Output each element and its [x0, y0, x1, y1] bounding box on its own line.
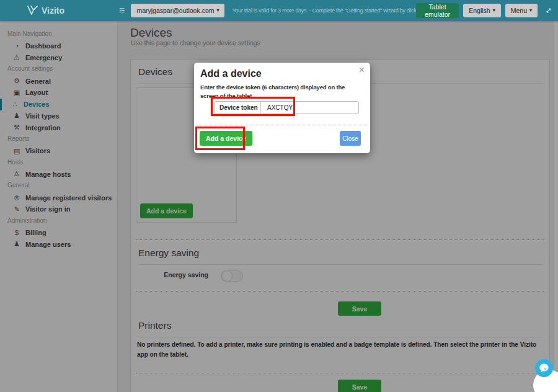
- hamburger-icon[interactable]: ≡: [119, 5, 125, 16]
- text-cursor: [293, 104, 294, 111]
- chat-bubble-icon: [538, 362, 550, 374]
- modal-instructions: Enter the device token (6 characters) di…: [200, 83, 364, 101]
- vizito-logo-icon: [27, 6, 38, 16]
- device-token-input[interactable]: AXCTQY: [261, 104, 358, 111]
- language-label: English: [469, 7, 490, 14]
- device-token-group: Device token AXCTQY: [214, 101, 359, 114]
- tablet-emulator-button[interactable]: Tablet emulator: [416, 3, 459, 18]
- fullscreen-icon[interactable]: [546, 6, 552, 15]
- modal-close-button[interactable]: Close: [340, 131, 361, 146]
- menu-dropdown-button[interactable]: Menu: [505, 4, 538, 17]
- modal-title: Add a device: [200, 68, 262, 79]
- language-dropdown-button[interactable]: English: [463, 4, 500, 17]
- menu-label: Menu: [511, 7, 527, 14]
- navbar-right-group: Tablet emulator English Menu: [416, 3, 552, 18]
- add-device-modal: Add a device × Enter the device token (6…: [194, 63, 370, 153]
- modal-footer-divider: [196, 125, 368, 125]
- account-email: maryjgaspar@outlook.com: [136, 7, 214, 14]
- vizito-logo[interactable]: Vizito: [27, 6, 64, 16]
- modal-add-device-button[interactable]: Add a device: [200, 131, 252, 146]
- account-dropdown-button[interactable]: maryjgaspar@outlook.com: [131, 4, 224, 17]
- top-navbar: Vizito ≡ maryjgaspar@outlook.com Your tr…: [0, 0, 558, 21]
- device-token-label: Device token: [215, 102, 261, 114]
- brand-text: Vizito: [42, 6, 64, 16]
- chat-launcher-button[interactable]: [535, 359, 553, 377]
- trial-message-link[interactable]: Your trial is valid for 3 more days. - C…: [232, 7, 415, 14]
- close-icon[interactable]: ×: [359, 65, 365, 75]
- device-token-value: AXCTQY: [267, 104, 293, 111]
